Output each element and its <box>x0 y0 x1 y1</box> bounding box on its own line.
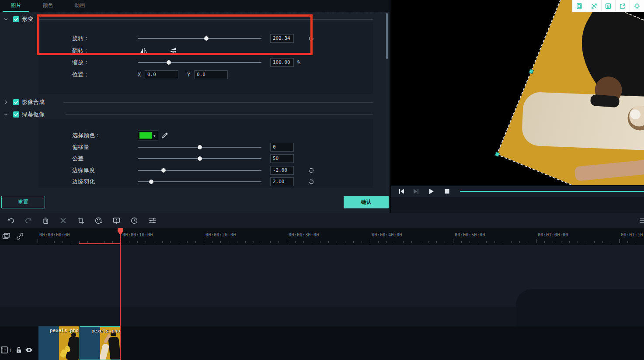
cut-icon[interactable] <box>60 218 66 224</box>
rotate-reset-icon[interactable] <box>308 35 314 42</box>
ruler-minor-tick <box>378 241 379 243</box>
ruler-minor-tick <box>96 241 96 243</box>
preview-viewport[interactable] <box>391 0 644 185</box>
position-x-input[interactable]: 0.0 <box>145 70 178 79</box>
ruler-minor-tick <box>569 241 570 243</box>
ruler-minor-tick <box>337 241 337 243</box>
scale-value-input[interactable]: 100.00 <box>270 58 294 67</box>
offset-slider[interactable] <box>138 144 261 150</box>
timeline-clip-2[interactable]: pexels-pho <box>80 326 120 360</box>
playback-bar <box>391 185 644 197</box>
playhead-line[interactable] <box>120 228 121 360</box>
edge-feather-value-input[interactable]: 2.00 <box>270 177 294 186</box>
ruler-minor-tick <box>179 241 179 243</box>
ruler-minor-tick <box>486 241 487 243</box>
chevron-right-icon[interactable] <box>4 100 8 104</box>
tab-color[interactable]: 颜色 <box>32 0 64 12</box>
device-preview-icon[interactable] <box>572 0 587 12</box>
redo-icon[interactable] <box>24 217 32 224</box>
edge-feather-slider[interactable] <box>138 179 261 185</box>
speed-clock-icon[interactable] <box>131 217 138 224</box>
fullscreen-icon[interactable] <box>587 0 601 12</box>
color-correction-icon[interactable] <box>95 217 103 224</box>
timeline-ruler[interactable]: 00:00:00:0000:00:10:0000:00:20:0000:00:3… <box>0 229 644 245</box>
color-swatch <box>139 132 152 139</box>
edge-thickness-label: 边缘厚度 <box>72 166 95 174</box>
slider-handle[interactable] <box>198 156 202 161</box>
edge-feather-reset-icon[interactable] <box>308 179 314 185</box>
transform-handle[interactable] <box>494 152 500 157</box>
compositing-checkbox[interactable] <box>13 99 19 105</box>
flip-horizontal-icon[interactable] <box>140 48 147 54</box>
preview-toolbar <box>572 0 644 12</box>
ruler-minor-tick <box>295 241 296 243</box>
tolerance-slider[interactable] <box>138 156 261 162</box>
crop-icon[interactable] <box>77 217 84 224</box>
chroma-checkbox[interactable] <box>13 111 19 118</box>
section-header-chroma: 绿幕抠像 <box>0 110 390 119</box>
selected-clip-transform-box[interactable] <box>498 0 644 185</box>
slider-handle[interactable] <box>161 168 166 173</box>
ruler-minor-tick <box>137 241 138 243</box>
rotate-row: 旋转： 202.34 <box>38 33 373 44</box>
tab-image[interactable]: 图片 <box>0 0 32 12</box>
ruler-minor-tick <box>503 241 503 243</box>
chevron-down-icon[interactable] <box>4 17 8 21</box>
ruler-timestamp: 00:01:00:00 <box>538 232 568 237</box>
timeline-clip-1[interactable]: pexels-pho <box>38 326 79 360</box>
lock-track-icon[interactable] <box>16 346 22 353</box>
settings-gear-icon[interactable] <box>630 0 644 12</box>
edge-thickness-value-input[interactable]: -2.00 <box>270 166 294 175</box>
ruler-minor-tick <box>478 241 478 243</box>
track-list-icon[interactable] <box>639 218 644 224</box>
offset-value-input[interactable]: 0 <box>270 143 294 152</box>
slider-handle[interactable] <box>149 180 153 184</box>
flip-vertical-icon[interactable] <box>170 48 177 54</box>
reset-button[interactable]: 重置 <box>1 196 45 208</box>
ruler-minor-tick <box>395 241 395 243</box>
ruler-minor-tick <box>519 241 520 243</box>
adjust-sliders-icon[interactable] <box>149 217 156 224</box>
scale-row: 缩放： 100.00 % <box>38 57 373 68</box>
export-icon[interactable] <box>615 0 630 12</box>
ruler-minor-tick <box>578 241 578 243</box>
chroma-content: 选择颜色： ▾ 偏移量 0 公差 <box>38 119 373 188</box>
slider-handle[interactable] <box>167 60 171 65</box>
scale-slider[interactable] <box>138 59 261 66</box>
section-title-compositing: 影像合成 <box>22 98 45 106</box>
slider-handle[interactable] <box>204 36 209 41</box>
eyedropper-icon[interactable] <box>161 132 168 139</box>
previous-frame-icon[interactable] <box>398 188 405 194</box>
color-swatch-dropdown[interactable]: ▾ <box>138 131 158 141</box>
slider-handle[interactable] <box>198 145 202 149</box>
ruler-minor-tick <box>428 241 428 243</box>
chevron-down-icon[interactable] <box>4 113 8 117</box>
ruler-minor-tick <box>320 241 320 243</box>
freeze-frame-icon[interactable] <box>113 217 120 224</box>
position-y-input[interactable]: 0.0 <box>194 70 228 79</box>
offset-label: 偏移量 <box>72 143 89 151</box>
ruler-minor-tick <box>162 241 163 243</box>
ruler-minor-tick <box>63 241 63 243</box>
confirm-button[interactable]: 确认 <box>344 196 389 208</box>
ruler-ticks: 00:00:00:0000:00:10:0000:00:20:0000:00:3… <box>0 229 644 245</box>
next-frame-icon[interactable] <box>413 188 420 194</box>
rotate-slider[interactable] <box>138 35 261 42</box>
tolerance-value-input[interactable]: 50 <box>270 154 294 163</box>
snapshot-icon[interactable] <box>601 0 616 12</box>
tab-animation[interactable]: 动画 <box>64 0 96 12</box>
photo-figure-white-dress <box>522 92 644 154</box>
delete-icon[interactable] <box>42 217 49 224</box>
undo-icon[interactable] <box>7 217 15 224</box>
play-icon[interactable] <box>428 188 435 194</box>
ruler-minor-tick <box>254 241 254 243</box>
transform-checkbox[interactable] <box>13 16 19 22</box>
panel-scrollbar-thumb[interactable] <box>386 13 388 59</box>
rotate-value-input[interactable]: 202.34 <box>270 34 294 43</box>
edge-thickness-slider[interactable] <box>138 167 261 173</box>
toggle-visibility-eye-icon[interactable] <box>25 347 33 353</box>
playback-progress-line[interactable] <box>460 191 644 192</box>
ruler-minor-tick <box>278 241 279 243</box>
stop-icon[interactable] <box>444 189 450 194</box>
edge-thickness-reset-icon[interactable] <box>308 167 314 173</box>
